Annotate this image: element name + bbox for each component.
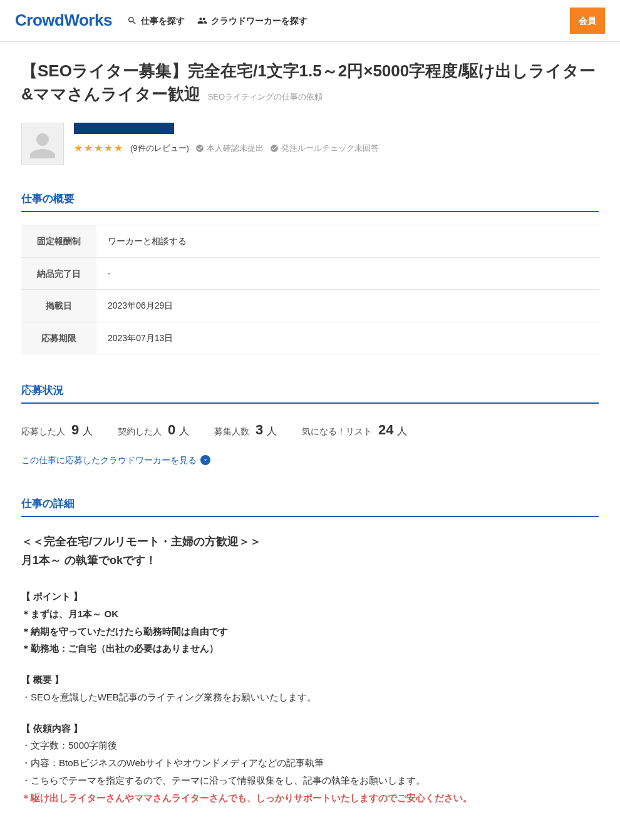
rating-row: ★★★★★ (9件のレビュー) 本人確認未提出 発注ルールチェック未回答 <box>74 140 599 156</box>
avatar-placeholder-icon <box>22 127 63 165</box>
table-row: 掲載日 2023年06月29日 <box>21 290 599 322</box>
review-count[interactable]: (9件のレビュー) <box>130 142 189 155</box>
detail-heading: 仕事の詳細 <box>21 495 599 517</box>
avatar[interactable] <box>21 123 64 165</box>
applicants-link-text: この仕事に応募したクラウドワーカーを見る <box>21 453 197 467</box>
status-applied-value: 9 <box>71 422 79 438</box>
status-heading: 応募状況 <box>21 382 599 404</box>
summary-value: - <box>96 257 599 289</box>
detail-request: 【 依頼内容 】 ・文字数：5000字前後 ・内容：BtoBビジネスのWebサイ… <box>21 720 599 807</box>
stars: ★★★★★ <box>74 140 124 156</box>
nav-links: 仕事を探す クラウドワーカーを探す <box>127 14 307 28</box>
status-unit: 人 <box>83 426 93 436</box>
overview-line: ・SEOを意識したWEB記事のライティング業務をお願いいたします。 <box>21 689 599 706</box>
request-line: ・文字数：5000字前後 <box>21 737 599 754</box>
status-hiring-label: 募集人数 <box>214 426 249 436</box>
detail-lead-line: ＜＜完全在宅/フルリモート・主婦の方歓迎＞＞ <box>21 532 599 551</box>
request-heading: 【 依頼内容 】 <box>21 720 599 737</box>
request-red-line: ＊駆け出しライターさんやママさんライターさんでも、しっかりサポートいたしますので… <box>21 789 599 807</box>
summary-table: 固定報酬制 ワーカーと相談する 納品完了日 - 掲載日 2023年06月29日 … <box>21 225 599 354</box>
status-unit: 人 <box>179 426 189 436</box>
nav-find-worker-label: クラウドワーカーを探す <box>211 14 307 28</box>
identity-badge: 本人確認未提出 <box>195 142 264 155</box>
status-contracted-label: 契約した人 <box>118 426 162 436</box>
summary-heading: 仕事の概要 <box>21 190 599 212</box>
request-line: ・内容：BtoBビジネスのWebサイトやオウンドメディアなどの記事執筆 <box>21 754 599 772</box>
summary-label: 応募期限 <box>21 322 96 354</box>
points-heading: 【 ポイント 】 <box>21 588 599 605</box>
title-row: 【SEOライター募集】完全在宅/1文字1.5～2円×5000字程度/駆け出しライ… <box>21 59 599 105</box>
detail-points: 【 ポイント 】 ＊まずは、月1本～ OK ＊納期を守っていただけたら勤務時間は… <box>21 588 599 657</box>
page-subtitle: SEOライティングの仕事の依頼 <box>208 92 323 101</box>
main-container: 【SEOライター募集】完全在宅/1文字1.5～2円×5000字程度/駆け出しライ… <box>6 42 614 837</box>
summary-value: ワーカーと相談する <box>96 225 599 257</box>
nav-find-worker[interactable]: クラウドワーカーを探す <box>197 14 307 28</box>
applicants-link[interactable]: この仕事に応募したクラウドワーカーを見る <box>21 453 210 467</box>
chevron-down-icon <box>200 455 210 465</box>
table-row: 応募期限 2023年07月13日 <box>21 322 599 354</box>
summary-label: 固定報酬制 <box>21 225 96 257</box>
request-line: ・こちらでテーマを指定するので、テーマに沿って情報収集をし、記事の執筆をお願いし… <box>21 772 599 789</box>
detail-lead-line: 月1本～ の執筆でokです！ <box>21 551 599 570</box>
logo[interactable]: CrowdWorks <box>15 8 112 34</box>
check-circle-icon <box>270 144 279 153</box>
identity-status-text: 本人確認未提出 <box>207 142 264 155</box>
client-name-redacted[interactable] <box>74 123 174 134</box>
detail-body: ＜＜完全在宅/フルリモート・主婦の方歓迎＞＞ 月1本～ の執筆でokです！ 【 … <box>21 532 599 806</box>
detail-overview: 【 概要 】 ・SEOを意識したWEB記事のライティング業務をお願いいたします。 <box>21 671 599 706</box>
status-hiring-value: 3 <box>256 422 263 438</box>
status-unit: 人 <box>397 426 407 436</box>
table-row: 納品完了日 - <box>21 257 599 289</box>
nav-find-work[interactable]: 仕事を探す <box>127 14 185 28</box>
overview-heading: 【 概要 】 <box>21 671 599 689</box>
point-line: ＊納期を守っていただけたら勤務時間は自由です <box>21 623 599 640</box>
order-rule-status-text: 発注ルールチェック未回答 <box>281 142 379 155</box>
search-icon <box>127 16 137 26</box>
order-rule-badge: 発注ルールチェック未回答 <box>270 142 379 155</box>
status-watch: 気になる！リスト 24 人 <box>302 419 407 441</box>
client-row: ★★★★★ (9件のレビュー) 本人確認未提出 発注ルールチェック未回答 <box>21 123 599 165</box>
people-icon <box>197 16 207 26</box>
point-line: ＊まずは、月1本～ OK <box>21 605 599 623</box>
point-line: ＊勤務地：ご自宅（出社の必要はありません） <box>21 640 599 657</box>
status-applied: 応募した人 9 人 <box>21 419 93 441</box>
table-row: 固定報酬制 ワーカーと相談する <box>21 225 599 257</box>
status-contracted-value: 0 <box>168 422 175 438</box>
summary-label: 納品完了日 <box>21 257 96 289</box>
status-row: 応募した人 9 人 契約した人 0 人 募集人数 3 人 気になる！リスト 24… <box>21 419 599 441</box>
main-header: CrowdWorks 仕事を探す クラウドワーカーを探す 会員 <box>0 0 620 42</box>
status-hiring: 募集人数 3 人 <box>214 419 277 441</box>
status-watch-value: 24 <box>378 422 393 438</box>
status-watch-label: 気になる！リスト <box>302 426 372 436</box>
detail-lead: ＜＜完全在宅/フルリモート・主婦の方歓迎＞＞ 月1本～ の執筆でokです！ <box>21 532 599 570</box>
nav-find-work-label: 仕事を探す <box>141 14 185 28</box>
status-unit: 人 <box>267 426 277 436</box>
signup-button[interactable]: 会員 <box>570 8 605 34</box>
check-circle-icon <box>195 144 204 153</box>
status-contracted: 契約した人 0 人 <box>118 419 189 441</box>
summary-value: 2023年07月13日 <box>96 322 599 354</box>
status-applied-label: 応募した人 <box>21 426 65 436</box>
summary-label: 掲載日 <box>21 290 96 322</box>
client-info: ★★★★★ (9件のレビュー) 本人確認未提出 発注ルールチェック未回答 <box>74 123 599 156</box>
summary-value: 2023年06月29日 <box>96 290 599 322</box>
